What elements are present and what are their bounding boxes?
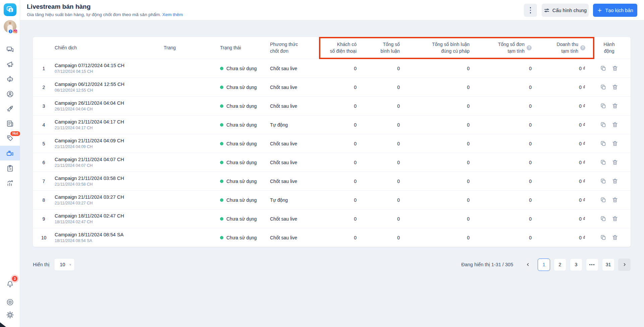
revenue-cell: 0 ₫ (534, 122, 588, 128)
trash-icon[interactable] (612, 84, 618, 90)
newspaper-icon (6, 120, 14, 128)
campaign-name[interactable]: Campaign 21/11/2024 03:58 CH (55, 176, 146, 181)
table-header: Chiến dịch Trang Trạng thái Phương thức … (33, 37, 631, 59)
sidebar-item-settings[interactable] (0, 308, 20, 322)
page-size-select[interactable]: 10 ▾ (54, 258, 75, 271)
bell-icon (6, 280, 14, 288)
page-button-2[interactable]: 2 (554, 259, 566, 271)
create-script-button[interactable]: Tạo kịch bản (593, 4, 637, 17)
general-config-button[interactable]: Cấu hình chung (542, 4, 589, 17)
campaign-cell: Campaign 21/11/2024 04:09 CH 21/11/2024 … (55, 138, 146, 149)
col-phone-customers: Khách có số điện thoại (325, 41, 359, 54)
revenue-cell: 0 ₫ (534, 179, 588, 184)
campaign-name[interactable]: Campaign 21/11/2024 04:07 CH (55, 157, 146, 162)
campaign-name[interactable]: Campaign 21/11/2024 04:17 CH (55, 119, 146, 125)
copy-icon[interactable] (600, 234, 606, 241)
valid-comments-cell: 0 (402, 160, 472, 165)
sidebar-item-marketing[interactable] (0, 58, 20, 71)
row-index: 6 (33, 160, 55, 165)
campaign-name[interactable]: Campaign 21/11/2024 04:09 CH (55, 138, 146, 143)
status-dot (220, 180, 223, 183)
app-logo[interactable] (4, 3, 16, 16)
trash-icon[interactable] (612, 234, 618, 241)
orders-cell: 0 (472, 66, 534, 71)
chevron-left-icon (526, 262, 530, 267)
col-page: Trang (146, 45, 193, 51)
top-bar: Livestream bán hàng Gia tăng hiệu suất b… (20, 0, 644, 20)
campaign-cell: Campaign 21/11/2024 04:07 CH 21/11/2024 … (55, 157, 146, 168)
sidebar-item-chatbot[interactable] (0, 73, 20, 86)
table-row: 5 Campaign 21/11/2024 04:09 CH 21/11/202… (33, 134, 631, 153)
table-row: 7 Campaign 21/11/2024 03:58 CH 21/11/202… (33, 172, 631, 190)
orders-cell: 0 (472, 103, 534, 109)
phone-customers-cell: 0 (325, 66, 359, 71)
page-size-value: 10 (60, 262, 65, 267)
copy-icon[interactable] (600, 216, 606, 222)
actions-cell (588, 103, 631, 109)
copy-icon[interactable] (600, 197, 606, 203)
campaign-name[interactable]: Campaign 26/11/2024 04:04 CH (55, 100, 146, 106)
copy-icon[interactable] (600, 159, 606, 166)
copy-icon[interactable] (600, 140, 606, 147)
page-subtitle: Gia tăng hiệu suất bán hàng, tự động chố… (27, 12, 183, 17)
sidebar-item-contacts[interactable] (0, 87, 20, 101)
campaign-name[interactable]: Campaign 18/11/2024 02:47 CH (55, 213, 146, 219)
trash-icon[interactable] (612, 159, 618, 166)
prev-page-button[interactable] (522, 259, 534, 271)
sidebar-item-support[interactable] (0, 295, 20, 309)
help-icon[interactable]: ? (527, 45, 532, 50)
campaign-name[interactable]: Campaign 07/12/2024 04:15 CH (55, 63, 146, 68)
sidebar-item-notifications[interactable]: 3 (0, 277, 20, 291)
row-index: 3 (33, 103, 55, 109)
page-button-31[interactable]: 31 (602, 259, 614, 271)
trash-icon[interactable] (612, 216, 618, 222)
trash-icon[interactable] (612, 65, 618, 72)
page-button-3[interactable]: 3 (570, 259, 582, 271)
copy-icon[interactable] (600, 178, 606, 184)
sidebar-item-store[interactable]: Hot (0, 132, 20, 145)
trash-icon[interactable] (612, 122, 618, 128)
trash-icon[interactable] (612, 178, 618, 184)
method-cell: Tự động (265, 197, 325, 203)
user-avatar[interactable]: f (4, 20, 16, 33)
campaign-date: 18/11/2024 08:54 SA (55, 238, 146, 243)
revenue-cell: 0 ₫ (534, 141, 588, 146)
table-body: 1 Campaign 07/12/2024 04:15 CH 07/12/202… (33, 59, 631, 247)
campaign-name[interactable]: Campaign 18/11/2024 08:54 SA (55, 232, 146, 237)
phone-customers-cell: 0 (325, 103, 359, 109)
sidebar-item-stats[interactable] (0, 177, 20, 190)
page-ellipsis-button[interactable]: ••• (586, 259, 598, 271)
trash-icon[interactable] (612, 103, 618, 109)
table-row: 3 Campaign 26/11/2024 04:04 CH 26/11/202… (33, 96, 631, 115)
copy-icon[interactable] (600, 65, 606, 72)
chat-icon (6, 46, 14, 54)
see-more-link[interactable]: Xem thêm (162, 12, 183, 17)
contact-icon (6, 90, 14, 98)
help-icon[interactable]: ? (580, 45, 585, 50)
revenue-cell: 0 ₫ (534, 103, 588, 109)
sidebar-item-livestream[interactable] (0, 146, 20, 160)
main-content: Chiến dịch Trang Trạng thái Phương thức … (20, 20, 644, 327)
copy-icon[interactable] (600, 84, 606, 90)
status-dot (220, 104, 223, 108)
trash-icon[interactable] (612, 140, 618, 147)
status-label: Chưa sử dụng (226, 103, 257, 109)
trash-icon[interactable] (612, 197, 618, 203)
actions-cell (588, 234, 631, 241)
sidebar-item-growth[interactable] (0, 102, 20, 115)
campaign-name[interactable]: Campaign 21/11/2024 03:27 CH (55, 194, 146, 200)
campaign-name[interactable]: Campaign 06/12/2024 12:55 CH (55, 82, 146, 87)
next-page-button[interactable] (618, 259, 631, 271)
copy-icon[interactable] (600, 122, 606, 128)
comments-cell: 0 (359, 66, 402, 71)
more-options-button[interactable] (524, 4, 537, 17)
orders-cell: 0 (472, 216, 534, 222)
sidebar-item-news[interactable] (0, 117, 20, 130)
campaign-date: 26/11/2024 04:04 CH (55, 107, 146, 111)
sidebar-item-chat[interactable] (0, 43, 20, 56)
method-cell: Chốt sau live (265, 66, 325, 71)
sidebar-item-orders[interactable] (0, 162, 20, 175)
page-button-1[interactable]: 1 (538, 259, 550, 271)
instagram-badge-icon (13, 29, 17, 34)
copy-icon[interactable] (600, 103, 606, 109)
